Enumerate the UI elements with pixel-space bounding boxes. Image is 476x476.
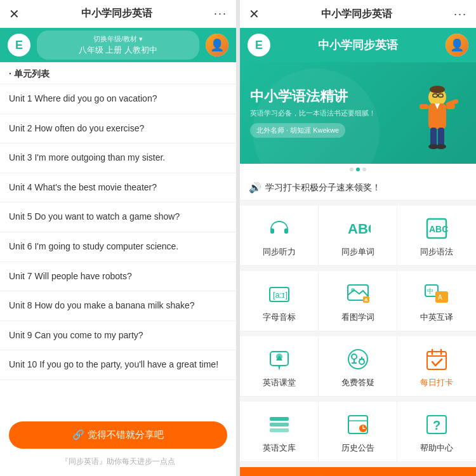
svg-rect-8 (420, 104, 428, 109)
banner-dots (240, 164, 476, 175)
left-title: 中小学同步英语 (81, 7, 152, 20)
left-avatar[interactable]: 👤 (206, 34, 228, 56)
footer-text: 『同步英语』助你每天进步一点点 (0, 456, 236, 476)
svg-point-33 (352, 354, 357, 359)
unit-item-5[interactable]: Unit 5 Do you want to watch a game show? (0, 202, 236, 232)
points-text: 学习打卡积极分子速来领奖！ (265, 182, 381, 194)
dot-2 (356, 168, 360, 171)
unit-item-3[interactable]: Unit 3 I'm more outgoing than my sister. (0, 143, 236, 173)
translate-icon: 中 A (424, 281, 449, 307)
unit-list: Unit 1 Where did you go on vacation?Unit… (0, 84, 236, 414)
icon-grid-2: [a:ɪ] 字母音标 A 看图学词 中 A (240, 271, 476, 331)
svg-text:?: ? (433, 418, 440, 432)
cell-library[interactable]: 英语文库 (240, 402, 319, 462)
svg-text:中: 中 (427, 288, 433, 294)
history-icon (345, 412, 371, 437)
right-dots-menu[interactable]: ··· (454, 8, 467, 21)
unit-item-2[interactable]: Unit 2 How often do you exercise? (0, 114, 236, 144)
grade-selector[interactable]: 切换年级/教材 ▾ 八年级 上册 人教初中 (37, 30, 199, 60)
right-avatar[interactable]: 👤 (446, 34, 468, 56)
grade-label: 八年级 上册 人教初中 (46, 44, 190, 56)
right-subbar: E 中小学同步英语 👤 (240, 28, 476, 62)
left-panel: ✕ 中小学同步英语 ··· E 切换年级/教材 ▾ 八年级 上册 人教初中 👤 … (0, 0, 236, 476)
svg-text:A: A (438, 294, 442, 301)
classroom-icon (267, 347, 292, 372)
grammar-icon: ABC (424, 216, 449, 241)
speaker-icon: 🔊 (249, 182, 261, 194)
svg-rect-44 (270, 423, 289, 426)
help-icon: ? (424, 412, 449, 437)
cell-picture-label: 看图学词 (341, 312, 374, 323)
cell-qa[interactable]: 免费答疑 (319, 336, 397, 397)
cell-listen-label: 同步听力 (263, 246, 296, 258)
banner-figure (409, 69, 466, 157)
library-icon (267, 412, 292, 437)
icon-grid-1: 同步听力 ABC 同步单词 ABC 同步语法 (240, 206, 476, 266)
svg-text:ABC: ABC (348, 221, 371, 237)
cell-classroom[interactable]: 英语课堂 (240, 336, 319, 397)
phonetic-icon: [a:ɪ] (267, 281, 292, 307)
right-content: 中小学语法精讲 英语学习必备，比一本语法书还要细腻！ 北外名师 · 胡知涯 Kw… (240, 62, 476, 476)
unit-item-6[interactable]: Unit 6 I'm going to study computer scien… (0, 232, 236, 262)
unit-item-7[interactable]: Unit 7 Will people have robots? (0, 262, 236, 292)
cell-listen[interactable]: 同步听力 (240, 206, 319, 266)
cell-classroom-label: 英语课堂 (263, 377, 296, 388)
cell-grammar-label: 同步语法 (420, 246, 453, 258)
left-subbar: E 切换年级/教材 ▾ 八年级 上册 人教初中 👤 (0, 28, 236, 62)
unit-item-1[interactable]: Unit 1 Where did you go on vacation? (0, 84, 236, 114)
left-close-icon[interactable]: ✕ (9, 6, 20, 22)
cell-history-label: 历史公告 (341, 442, 374, 454)
right-title: 中小学同步英语 (321, 8, 392, 21)
cell-grammar[interactable]: ABC 同步语法 (397, 206, 476, 266)
unit-item-9[interactable]: Unit 9 Can you come to my party? (0, 321, 236, 351)
cell-qa-label: 免费答疑 (341, 377, 374, 388)
cell-phonetic-label: 字母音标 (263, 312, 296, 323)
svg-rect-39 (427, 352, 446, 369)
unit-item-10[interactable]: Unit 10 If you go to the party, you'll h… (0, 350, 236, 380)
svg-point-32 (348, 350, 367, 369)
icon-grid-3: 英语课堂 免费答疑 (240, 336, 476, 397)
switch-label: 切换年级/教材 ▾ (46, 34, 190, 44)
left-logo: E (8, 34, 30, 56)
cell-phonetic[interactable]: [a:ɪ] 字母音标 (240, 271, 319, 331)
svg-rect-12 (438, 128, 444, 147)
dot-3 (362, 168, 366, 171)
svg-text:A: A (364, 297, 368, 303)
share-button[interactable]: 🔗 觉得不错就分享吧 (9, 421, 227, 449)
banner-title: 中小学语法精讲 (250, 88, 409, 105)
unit-item-8[interactable]: Unit 8 How do you make a banana milk sha… (0, 291, 236, 321)
cell-help-label: 帮助中心 (420, 442, 453, 454)
right-avatar-image: 👤 (446, 34, 468, 56)
svg-rect-45 (270, 428, 289, 432)
picture-icon: A (345, 281, 371, 307)
cell-picture[interactable]: A 看图学词 (319, 271, 397, 331)
cell-history[interactable]: 历史公告 (319, 402, 397, 462)
svg-point-2 (430, 86, 445, 93)
unit-item-4[interactable]: Unit 4 What's the best movie theater? (0, 173, 236, 203)
right-share-button[interactable]: 🔗 觉得不错就分享吧 (240, 467, 476, 476)
section-header: · 单元列表 (0, 62, 236, 84)
cell-checkin[interactable]: 每日打卡 (397, 336, 476, 397)
svg-text:[a:ɪ]: [a:ɪ] (273, 290, 288, 300)
cell-help[interactable]: ? 帮助中心 (397, 402, 476, 462)
banner: 中小学语法精讲 英语学习必备，比一本语法书还要细腻！ 北外名师 · 胡知涯 Kw… (240, 62, 476, 164)
banner-text-area: 中小学语法精讲 英语学习必备，比一本语法书还要细腻！ 北外名师 · 胡知涯 Kw… (250, 88, 409, 138)
dot-1 (350, 168, 354, 171)
left-dots-menu[interactable]: ··· (214, 7, 227, 20)
right-topbar: ✕ 中小学同步英语 ··· (240, 0, 476, 28)
right-close-icon[interactable]: ✕ (249, 6, 260, 22)
svg-point-14 (436, 144, 446, 149)
abc-icon: ABC (345, 216, 371, 241)
svg-text:ABC: ABC (429, 224, 448, 234)
cell-vocab[interactable]: ABC 同步单词 (319, 206, 397, 266)
banner-subtitle: 英语学习必备，比一本语法书还要细腻！ (250, 109, 409, 118)
svg-point-34 (359, 359, 364, 364)
svg-marker-29 (278, 366, 281, 371)
qa-icon (345, 347, 371, 372)
cell-checkin-label: 每日打卡 (420, 377, 453, 388)
cell-translate-label: 中英互译 (420, 312, 453, 323)
points-bar: 🔊 学习打卡积极分子速来领奖！ (240, 175, 476, 201)
left-topbar: ✕ 中小学同步英语 ··· (0, 0, 236, 28)
right-panel: ✕ 中小学同步英语 ··· E 中小学同步英语 👤 中小学语法精讲 英语学习必备… (240, 0, 476, 476)
cell-translate[interactable]: 中 A 中英互译 (397, 271, 476, 331)
